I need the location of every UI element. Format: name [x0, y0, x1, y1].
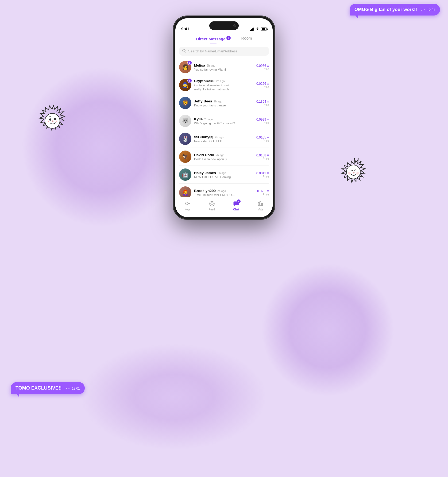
nav-item-chat[interactable]: 1 Chat — [233, 200, 240, 211]
mascot-right — [336, 155, 373, 193]
message-time: 2h ago — [216, 79, 225, 83]
message-preview: Who's going the FKJ concert? — [194, 122, 235, 125]
bottom-nav: Keys Fe — [175, 197, 273, 217]
price-value: 0.02... ≡ — [257, 189, 269, 193]
nav-item-keys[interactable]: Keys — [184, 200, 191, 211]
bg-blob-bottom — [80, 343, 267, 450]
bubble-bottom-check: ✓✓ — [65, 387, 71, 390]
message-price: 0.0999 ≡ Price — [256, 118, 269, 124]
avatar: 🐺 — [179, 115, 191, 127]
message-price: 0.0188 ≡ Price — [256, 153, 269, 160]
signal-bars — [250, 28, 254, 31]
tab-direct-message[interactable]: Direct Message2 — [196, 36, 230, 44]
contact-name: Brooklyn299 — [194, 189, 216, 193]
message-item[interactable]: 🤖 Haley James 2h ago NEW EXCLUSIVE Comin… — [179, 166, 269, 184]
contact-name: Jeffy Bees — [194, 99, 212, 103]
nav-item-vote[interactable]: Vote — [257, 200, 264, 211]
message-preview: NEW EXCLUSIVE Coming soon — [194, 175, 235, 179]
search-icon — [182, 49, 186, 53]
nav-keys-icon — [184, 200, 191, 207]
price-value: 0.0956 ≡ — [256, 64, 269, 68]
avatar-wrapper: 👩 1 — [179, 61, 191, 73]
message-item[interactable]: 👩 1 Melisa 2h ago Yup so far loving Miam… — [179, 58, 269, 76]
price-label: Price — [256, 68, 269, 71]
svg-point-3 — [52, 121, 53, 122]
phone-wrapper: 9:41 — [173, 16, 275, 219]
avatar-wrapper: 🦅 — [179, 151, 191, 163]
search-bar[interactable]: Search by Name/Email/Address — [179, 47, 269, 56]
message-preview: New video OUTTTT! — [194, 140, 235, 143]
main-tabs: Direct Message2 Room — [175, 33, 273, 44]
nav-keys-label: Keys — [184, 208, 190, 211]
avatar-wrapper: 🦁 — [179, 97, 191, 109]
avatar-badge: 1 — [187, 60, 192, 65]
nav-item-feed[interactable]: Feed — [208, 200, 215, 211]
message-item[interactable]: 👩‍🦰 Brooklyn299 2h ago Time Limited Offe… — [179, 184, 269, 197]
contact-name: Kylie — [194, 117, 203, 121]
avatar-wrapper: 🐺 — [179, 115, 191, 127]
price-value: 0.0012 ≡ — [256, 171, 269, 175]
message-price: 0.0105 ≡ Price — [256, 136, 269, 142]
svg-rect-23 — [260, 202, 261, 206]
message-body: Haley James 2h ago NEW EXCLUSIVE Coming … — [194, 171, 254, 179]
nav-chat-label: Chat — [233, 208, 239, 211]
bg-blob-left — [21, 67, 182, 227]
bubble-bottom-meta: ✓✓ 12:01 — [65, 387, 80, 390]
message-header: David Dodo 2h ago — [194, 153, 254, 157]
contact-name: $$Bunny$$ — [194, 135, 213, 139]
message-body: Melisa 2h ago Yup so far loving Miami — [194, 63, 254, 71]
message-item[interactable]: 🧙 6 CryptoDaku 2h ago institutional inve… — [179, 76, 269, 94]
message-header: $$Bunny$$ 2h ago — [194, 135, 254, 139]
message-time: 2h ago — [215, 136, 223, 139]
avatar-wrapper: 🐰 — [179, 133, 191, 145]
price-label: Price — [256, 175, 269, 178]
svg-point-12 — [186, 202, 188, 205]
message-list[interactable]: 👩 1 Melisa 2h ago Yup so far loving Miam… — [175, 58, 273, 197]
svg-point-8 — [348, 172, 351, 175]
svg-rect-24 — [261, 203, 262, 206]
phone-screen: 9:41 — [175, 18, 273, 217]
bubble-top: OMGG Big fan of your work!! ✓✓ 12:01 — [350, 4, 440, 16]
message-time: 2h ago — [217, 189, 226, 193]
svg-point-7 — [353, 172, 354, 173]
message-price: 0.1354 ≡ Price — [256, 100, 269, 106]
price-label: Price — [256, 139, 269, 142]
bubble-bottom-time: 12:01 — [72, 387, 80, 390]
avatar: 🐰 — [179, 133, 191, 145]
message-preview: Yup so far loving Miami — [194, 68, 235, 71]
svg-rect-22 — [258, 202, 259, 206]
message-header: CryptoDaku 2h ago — [194, 79, 254, 83]
avatar: 🦁 — [179, 97, 191, 109]
nav-vote-label: Vote — [258, 208, 263, 211]
tab-room[interactable]: Room — [241, 36, 252, 44]
message-item[interactable]: 🦁 Jeffy Bees 2h ago Know your facts plea… — [179, 94, 269, 112]
message-header: Haley James 2h ago — [194, 171, 254, 175]
message-body: $$Bunny$$ 2h ago New video OUTTTT! — [194, 135, 254, 143]
message-body: Brooklyn299 2h ago Time Limited Offer EN… — [194, 189, 254, 197]
message-item[interactable]: 🐺 Kylie 2h ago Who's going the FKJ conce… — [179, 112, 269, 130]
message-price: 0.0012 ≡ Price — [256, 171, 269, 178]
message-header: Brooklyn299 2h ago — [194, 189, 254, 193]
message-item[interactable]: 🦅 David Dodo 2h ago Dodo Pizza now open … — [179, 148, 269, 166]
message-price: 0.0956 ≡ Price — [256, 64, 269, 71]
app-content: Direct Message2 Room Search by Name/Ema — [175, 33, 273, 217]
bubble-bottom: TOMO EXCLUSIVE!! ✓✓ 12:01 — [11, 382, 85, 394]
bubble-bottom-text: TOMO EXCLUSIVE!! — [16, 385, 62, 391]
message-preview: institutional investor. i don't really l… — [194, 83, 234, 91]
svg-point-6 — [346, 165, 360, 179]
message-header: Melisa 2h ago — [194, 63, 254, 67]
svg-point-4 — [48, 121, 49, 122]
nav-feed-label: Feed — [209, 208, 215, 211]
price-label: Price — [256, 121, 269, 124]
message-body: Jeffy Bees 2h ago Know your facts please — [194, 99, 254, 107]
message-time: 2h ago — [214, 100, 222, 103]
bubble-top-check: ✓✓ — [420, 8, 426, 12]
avatar: 👩‍🦰 — [179, 186, 191, 197]
svg-point-9 — [356, 172, 359, 175]
message-item[interactable]: 🐰 $$Bunny$$ 2h ago New video OUTTTT! 0.0… — [179, 130, 269, 148]
bubble-top-time: 12:01 — [427, 8, 435, 12]
message-body: Kylie 2h ago Who's going the FKJ concert… — [194, 117, 254, 125]
message-header: Kylie 2h ago — [194, 117, 254, 121]
bubble-top-text: OMGG Big fan of your work!! — [354, 7, 417, 12]
wifi-icon — [256, 27, 260, 31]
